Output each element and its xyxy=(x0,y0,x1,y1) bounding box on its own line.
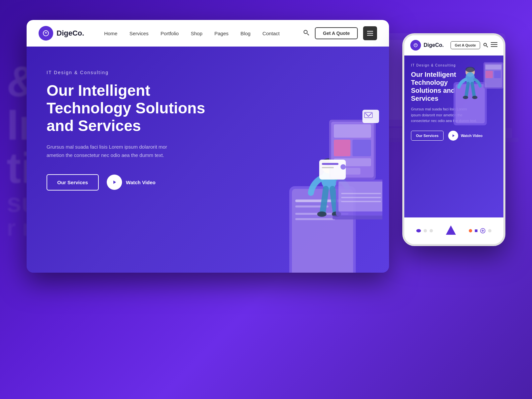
play-icon xyxy=(107,175,122,190)
svg-point-51 xyxy=(463,96,468,99)
mobile-logo-icon xyxy=(410,40,421,51)
dot-inactive-1 xyxy=(424,229,427,232)
logo-wrap: DigeCo. xyxy=(39,26,84,41)
svg-point-30 xyxy=(340,164,346,170)
svg-point-18 xyxy=(317,211,327,217)
svg-rect-28 xyxy=(322,163,338,165)
svg-rect-35 xyxy=(341,193,381,194)
mobile-get-quote-button[interactable]: Get A Quote xyxy=(451,41,480,49)
mobile-our-services-button[interactable]: Our Services xyxy=(411,131,444,141)
get-quote-button[interactable]: Get A Quote xyxy=(315,27,358,39)
hero-title: Our Intelligent Technology Solutions and… xyxy=(47,82,219,135)
desktop-card: DigeCo. Home Services Portfolio Shop Pag… xyxy=(27,20,389,273)
svg-point-50 xyxy=(466,72,475,84)
mobile-search-button[interactable] xyxy=(483,42,488,49)
mobile-watch-video-button[interactable]: Watch Video xyxy=(448,131,482,141)
nav-home[interactable]: Home xyxy=(104,31,117,36)
nav-services[interactable]: Services xyxy=(129,31,149,36)
mobile-hamburger-button[interactable] xyxy=(491,42,497,49)
hero-section: IT Design & Consulting Our Intelligent T… xyxy=(27,47,389,273)
mobile-hero-illustration xyxy=(440,56,503,129)
nav-portfolio[interactable]: Portfolio xyxy=(161,31,179,36)
nav-pages[interactable]: Pages xyxy=(214,31,229,36)
svg-rect-55 xyxy=(485,65,501,69)
dot-active xyxy=(416,229,421,232)
svg-rect-27 xyxy=(319,160,346,180)
mobile-nav-triangle xyxy=(446,225,456,236)
svg-rect-31 xyxy=(362,110,379,123)
mobile-hero-actions: Our Services Watch Video xyxy=(411,131,497,141)
svg-rect-23 xyxy=(334,140,350,156)
svg-point-5 xyxy=(304,30,307,34)
svg-rect-29 xyxy=(322,167,334,168)
mobile-navbar: DigeCo. Get A Quote xyxy=(404,35,503,56)
mobile-card: DigeCo. Get A Quote xyxy=(402,33,505,246)
nav-actions: Get A Quote xyxy=(303,26,377,40)
dot-inactive-2 xyxy=(430,229,433,232)
svg-rect-57 xyxy=(494,71,501,78)
mobile-hero-section: IT Design & Consulting Our Intelligent T… xyxy=(404,56,503,217)
svg-rect-36 xyxy=(341,197,381,198)
svg-marker-59 xyxy=(446,225,456,235)
svg-rect-22 xyxy=(334,124,371,138)
svg-point-49 xyxy=(466,67,475,72)
hamburger-line-2 xyxy=(367,33,373,34)
svg-marker-58 xyxy=(453,134,455,137)
mobile-add-icon xyxy=(480,228,485,233)
nav-contact[interactable]: Contact xyxy=(262,31,280,36)
logo-text: DigeCo. xyxy=(57,29,84,38)
our-services-button[interactable]: Our Services xyxy=(47,174,99,191)
svg-line-6 xyxy=(307,34,309,35)
svg-rect-13 xyxy=(295,218,335,220)
mobile-logo-text: DigeCo. xyxy=(424,42,448,48)
hero-description: Grursus mal suada faci lisis Lorem ipsum… xyxy=(47,143,186,160)
nav-shop[interactable]: Shop xyxy=(191,31,202,36)
hero-illustration xyxy=(256,106,382,273)
mobile-play-icon xyxy=(448,131,458,141)
logo-icon xyxy=(39,26,53,41)
mobile-bottom-bar xyxy=(404,217,503,244)
svg-rect-37 xyxy=(341,201,381,202)
main-wrapper: DigeCo. Home Services Portfolio Shop Pag… xyxy=(27,20,505,379)
hamburger-line-1 xyxy=(367,31,373,32)
desktop-navbar: DigeCo. Home Services Portfolio Shop Pag… xyxy=(27,20,389,47)
mobile-watch-video-label: Watch Video xyxy=(461,134,482,138)
svg-rect-24 xyxy=(352,140,371,156)
svg-point-41 xyxy=(484,43,486,46)
hamburger-button[interactable] xyxy=(363,26,377,40)
nav-links: Home Services Portfolio Shop Pages Blog … xyxy=(104,31,303,36)
mobile-indicator-blue xyxy=(475,229,477,232)
svg-rect-47 xyxy=(456,84,485,123)
watch-video-label: Watch Video xyxy=(126,180,156,185)
svg-rect-34 xyxy=(338,182,382,211)
mobile-indicator-gray xyxy=(488,229,491,232)
hero-subtitle: IT Design & Consulting xyxy=(47,70,369,75)
svg-marker-7 xyxy=(113,181,116,184)
svg-point-52 xyxy=(472,96,477,99)
nav-blog[interactable]: Blog xyxy=(240,31,250,36)
search-button[interactable] xyxy=(303,29,310,38)
svg-rect-56 xyxy=(485,71,493,78)
mobile-indicator-orange xyxy=(469,229,472,232)
svg-rect-38 xyxy=(332,215,382,219)
svg-line-42 xyxy=(486,46,488,47)
watch-video-button[interactable]: Watch Video xyxy=(107,175,156,190)
hamburger-line-3 xyxy=(367,35,373,36)
